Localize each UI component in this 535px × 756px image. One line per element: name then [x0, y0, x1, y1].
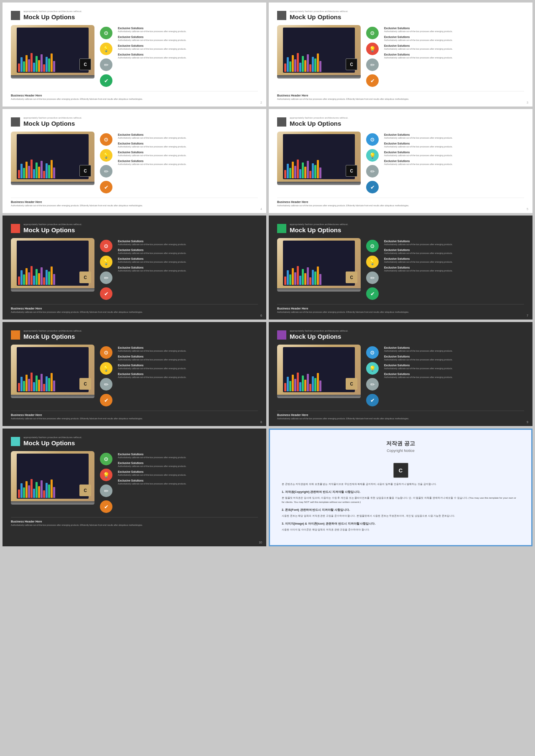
icons-area: ⚙💡✏✔	[365, 345, 380, 406]
page-number: 4	[260, 208, 262, 211]
feature-desc-4: Authoritatively calibrate out-of-the-box…	[118, 56, 258, 59]
feature-desc-4: Authoritatively calibrate out-of-the-box…	[118, 376, 258, 379]
feature-desc-3: Authoritatively calibrate out-of-the-box…	[118, 48, 258, 51]
accent-box	[11, 330, 20, 340]
laptop-area: C	[277, 132, 361, 185]
feature-desc-4: Authoritatively calibrate out-of-the-box…	[118, 163, 258, 166]
laptop-screen	[283, 134, 355, 179]
slide-subtitle: appropriately fashion proactive architec…	[290, 330, 348, 332]
feature-desc-3: Authoritatively calibrate out-of-the-box…	[118, 261, 258, 264]
features-area: Exclusive Solutions Authoritatively cali…	[118, 345, 258, 379]
feature-title-2: Exclusive Solutions	[118, 36, 258, 38]
icon-circle-3: ✏	[366, 378, 379, 391]
slide-body: C ⚙💡✏✔ Exclusive Solutions Authoritative…	[277, 132, 524, 193]
slide-footer: Business Header Here Authoritatively cal…	[11, 91, 258, 101]
footer-title: Business Header Here	[11, 200, 258, 203]
feature-title-1: Exclusive Solutions	[118, 240, 258, 243]
accent-box	[11, 224, 20, 233]
icon-circle-3: ✏	[100, 165, 112, 178]
slide-header: appropriately fashion proactive architec…	[277, 223, 524, 234]
feature-item-1: Exclusive Solutions Authoritatively cali…	[384, 27, 524, 33]
feature-desc-1: Authoritatively calibrate out-of-the-box…	[384, 350, 524, 353]
slide-subtitle: appropriately fashion proactive architec…	[290, 117, 348, 119]
icon-circle-3: ✏	[100, 378, 112, 391]
features-area: Exclusive Solutions Authoritatively cali…	[384, 25, 524, 59]
feature-title-4: Exclusive Solutions	[118, 160, 258, 162]
laptop-area: C	[11, 451, 94, 505]
feature-item-2: Exclusive Solutions Authoritatively cali…	[384, 36, 524, 42]
icon-circle-1: ⚙	[366, 27, 379, 39]
feature-desc-3: Authoritatively calibrate out-of-the-box…	[118, 367, 258, 370]
laptop-screen	[17, 454, 89, 499]
feature-desc-3: Authoritatively calibrate out-of-the-box…	[118, 474, 258, 477]
icons-area: ⚙💡✏✔	[365, 238, 380, 300]
slide-subtitle: appropriately fashion proactive architec…	[290, 223, 348, 226]
page-number: 6	[260, 314, 262, 317]
c-logo: C	[346, 271, 357, 283]
feature-title-2: Exclusive Solutions	[384, 142, 524, 145]
footer-desc: Authoritatively calibrate out-of-the-box…	[11, 417, 258, 420]
slide-subtitle: appropriately fashion proactive architec…	[290, 10, 348, 13]
footer-desc: Authoritatively calibrate out-of-the-box…	[11, 204, 258, 207]
feature-item-2: Exclusive Solutions Authoritatively cali…	[384, 249, 524, 255]
laptop-base	[11, 395, 94, 398]
laptop-area: C	[11, 25, 94, 79]
feature-item-4: Exclusive Solutions Authoritatively cali…	[118, 266, 258, 272]
accent-box	[11, 117, 20, 127]
feature-item-3: Exclusive Solutions Authoritatively cali…	[118, 257, 258, 264]
feature-title-4: Exclusive Solutions	[118, 266, 258, 269]
icons-area: ⚙💡✏✔	[365, 25, 380, 87]
feature-desc-4: Authoritatively calibrate out-of-the-box…	[118, 482, 258, 485]
icons-area: ⚙💡✏✔	[99, 238, 114, 300]
c-logo: C	[346, 58, 357, 70]
feature-item-2: Exclusive Solutions Authoritatively cali…	[118, 462, 258, 468]
icon-circle-1: ⚙	[100, 27, 112, 39]
feature-desc-1: Authoritatively calibrate out-of-the-box…	[384, 243, 524, 246]
feature-desc-3: Authoritatively calibrate out-of-the-box…	[384, 48, 524, 51]
feature-title-1: Exclusive Solutions	[384, 346, 524, 349]
footer-desc: Authoritatively calibrate out-of-the-box…	[277, 311, 524, 314]
laptop-base	[277, 75, 361, 79]
laptop-base	[11, 75, 94, 79]
icon-circle-4: ✔	[366, 287, 379, 300]
feature-title-1: Exclusive Solutions	[384, 133, 524, 136]
slide-footer: Business Header Here Authoritatively cal…	[277, 304, 524, 314]
slide-header: appropriately fashion proactive architec…	[277, 330, 524, 340]
footer-title: Business Header Here	[11, 414, 258, 416]
page-number: 2	[260, 101, 262, 104]
slide-title: Mock Up Options	[23, 439, 75, 446]
feature-title-3: Exclusive Solutions	[118, 151, 258, 154]
icons-area: ⚙💡✏✔	[99, 451, 114, 513]
accent-box	[277, 117, 286, 127]
slide-body: C ⚙💡✏✔ Exclusive Solutions Authoritative…	[277, 25, 524, 87]
copyright-section-title-2: 2. 폰트(Font) 관련하여 반드시 지켜야할 사항입니다.	[282, 507, 520, 513]
icon-circle-1: ⚙	[366, 346, 379, 359]
feature-desc-1: Authoritatively calibrate out-of-the-box…	[384, 30, 524, 33]
laptop-screen	[283, 347, 355, 392]
feature-title-4: Exclusive Solutions	[384, 53, 524, 56]
icon-circle-2: 💡	[100, 469, 112, 481]
feature-title-4: Exclusive Solutions	[384, 160, 524, 162]
feature-desc-4: Authoritatively calibrate out-of-the-box…	[384, 376, 524, 379]
icon-circle-2: 💡	[366, 362, 379, 375]
footer-desc: Authoritatively calibrate out-of-the-box…	[11, 98, 258, 101]
copyright-body: 본 콘텐츠는 저작권법에 의해 보호를 받는 저작물이므로 무단전재와 복제를 …	[282, 482, 520, 535]
copyright-section-1: 1. 저작권(Copyright) 관련하여 반드시 지켜야할 사항입니다. 본…	[282, 490, 520, 504]
feature-title-1: Exclusive Solutions	[384, 27, 524, 30]
copyright-text-1: 본 템플릿 저작권은 당사에 있으며, 이용자는 수정 후 개인용 또는 클라이…	[282, 496, 520, 504]
copyright-title: 저작권 공고	[386, 440, 415, 447]
page-number: 7	[527, 314, 528, 317]
slide-footer: Business Header Here Authoritatively cal…	[11, 517, 258, 527]
copyright-text-3: 사용된 이미지 및 아이콘은 해당 업체의 저작권 관련 규정을 준수하여야 합…	[282, 528, 520, 532]
feature-title-4: Exclusive Solutions	[384, 373, 524, 375]
slide-header: appropriately fashion proactive architec…	[277, 117, 524, 127]
slide-title: Mock Up Options	[23, 333, 75, 340]
icon-circle-4: ✔	[100, 500, 112, 513]
footer-desc: Authoritatively calibrate out-of-the-box…	[11, 311, 258, 314]
slide-7: appropriately fashion proactive architec…	[3, 322, 266, 426]
features-area: Exclusive Solutions Authoritatively cali…	[118, 451, 258, 485]
page-number: 9	[527, 421, 528, 424]
features-area: Exclusive Solutions Authoritatively cali…	[384, 132, 524, 166]
copyright-section-title-1: 1. 저작권(Copyright) 관련하여 반드시 지켜야할 사항입니다.	[282, 490, 520, 495]
icon-circle-1: ⚙	[100, 240, 112, 252]
